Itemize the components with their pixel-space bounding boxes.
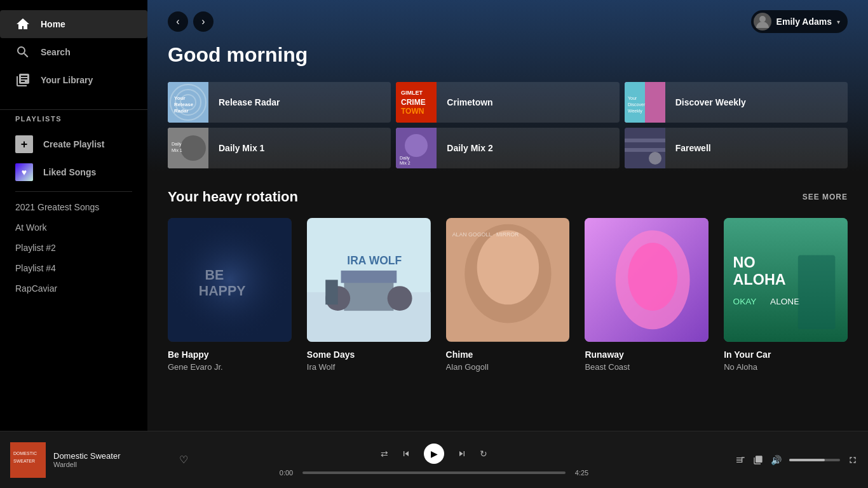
quick-item-daily-mix-1[interactable]: DailyMix 1 Daily Mix 1 <box>168 128 391 168</box>
rotation-section-header: Your heavy rotation SEE MORE <box>168 189 848 205</box>
rotation-cards-grid: BE HAPPY Be Happy Gene Evaro Jr. <box>168 218 848 372</box>
playlists-divider <box>15 191 132 192</box>
svg-point-49 <box>628 243 678 311</box>
now-playing-center: ⇄ ▶ ↻ 0:00 4:25 <box>188 444 680 477</box>
liked-songs-icon: ♥ <box>15 163 33 181</box>
next-button[interactable] <box>457 449 467 459</box>
svg-text:GIMLET: GIMLET <box>401 90 423 96</box>
sidebar-item-library[interactable]: Your Library <box>0 66 147 94</box>
svg-point-22 <box>405 134 428 157</box>
volume-button[interactable]: 🔊 <box>771 455 782 465</box>
sidebar: Home Search Your Library PLAYLISTS + Cre… <box>0 0 147 431</box>
svg-text:Daily: Daily <box>172 142 182 147</box>
card-some-days[interactable]: IRA WOLF Some Days Ira Wolf <box>307 218 431 372</box>
home-icon <box>15 17 31 32</box>
quick-label-discover-weekly: Discover Weekly <box>665 97 756 107</box>
card-runaway[interactable]: Runaway Beast Coast <box>585 218 709 372</box>
quick-item-crimetown[interactable]: GIMLETCRIMETOWN Crimetown <box>396 82 619 123</box>
user-menu[interactable]: Emily Adams ▾ <box>751 10 848 33</box>
svg-text:Mix 1: Mix 1 <box>172 148 182 152</box>
playlists-label: PLAYLISTS <box>15 115 132 123</box>
back-button[interactable]: ‹ <box>168 11 188 32</box>
sidebar-item-search[interactable]: Search <box>0 38 147 66</box>
previous-button[interactable] <box>401 449 411 459</box>
avatar <box>754 13 771 30</box>
sidebar-home-label: Home <box>41 19 65 29</box>
svg-text:IRA WOLF: IRA WOLF <box>347 254 402 267</box>
queue-button[interactable] <box>753 455 763 465</box>
svg-text:HAPPY: HAPPY <box>199 283 246 299</box>
search-icon <box>15 44 31 60</box>
svg-text:ALONE: ALONE <box>770 297 799 306</box>
repeat-button[interactable]: ↻ <box>480 449 487 459</box>
track-info: Domestic Sweater Wardell <box>53 451 172 468</box>
card-subtitle-runaway: Beast Coast <box>585 362 709 372</box>
progress-bar[interactable] <box>302 471 566 474</box>
card-be-happy[interactable]: BE HAPPY Be Happy Gene Evaro Jr. <box>168 218 292 372</box>
sidebar-item-home[interactable]: Home <box>0 10 147 38</box>
rotation-title: Your heavy rotation <box>168 189 298 205</box>
sidebar-library-label: Your Library <box>41 75 93 85</box>
quick-thumb-daily-mix-1: DailyMix 1 <box>168 128 208 168</box>
library-icon <box>15 72 31 88</box>
quick-label-farewell: Farewell <box>665 143 721 153</box>
quick-item-farewell[interactable]: Farewell <box>625 128 848 168</box>
card-in-your-car[interactable]: NO ALOHA OKAYALONE In Your Car No Aloha <box>724 218 848 372</box>
heart-button[interactable]: ♡ <box>179 454 188 466</box>
svg-point-31 <box>168 218 292 342</box>
quick-thumb-crimetown: GIMLETCRIMETOWN <box>396 82 437 123</box>
play-pause-button[interactable]: ▶ <box>424 444 444 464</box>
playlist-list: 2021 Greatest Songs At Work Playlist #2 … <box>15 197 132 299</box>
card-subtitle-some-days: Ira Wolf <box>307 362 431 372</box>
card-thumb-chime: ALAN GOGOLL · MIRROR <box>446 218 570 342</box>
card-title-some-days: Some Days <box>307 349 431 360</box>
svg-text:Weekly: Weekly <box>628 109 642 114</box>
create-playlist-button[interactable]: + Create Playlist <box>15 130 132 158</box>
svg-text:Mix 2: Mix 2 <box>400 161 410 165</box>
svg-point-18 <box>180 135 206 161</box>
playlist-item-2021[interactable]: 2021 Greatest Songs <box>15 197 132 217</box>
main-content: ‹ › Emily Adams ▾ Good morning YourRelea… <box>147 0 868 431</box>
playlist-item-2[interactable]: Playlist #2 <box>15 238 132 258</box>
card-title-chime: Chime <box>446 349 570 360</box>
forward-button[interactable]: › <box>193 11 214 32</box>
card-title-be-happy: Be Happy <box>168 349 292 360</box>
create-playlist-icon: + <box>15 135 33 153</box>
user-name: Emily Adams <box>776 17 832 27</box>
card-subtitle-chime: Alan Gogoll <box>446 362 570 372</box>
card-thumb-runaway <box>585 218 709 342</box>
playlist-item-4[interactable]: Playlist #4 <box>15 258 132 278</box>
quick-item-discover-weekly[interactable]: YourDiscoverWeekly Discover Weekly <box>625 82 848 123</box>
svg-text:Release: Release <box>174 102 194 107</box>
see-more-button[interactable]: SEE MORE <box>803 193 848 201</box>
shuffle-button[interactable]: ⇄ <box>381 449 388 459</box>
now-playing-bar: DOMESTICSWEATER Domestic Sweater Wardell… <box>0 431 868 488</box>
playlists-section: PLAYLISTS + Create Playlist ♥ Liked Song… <box>0 115 147 299</box>
playlist-item-at-work[interactable]: At Work <box>15 217 132 238</box>
total-time: 4:25 <box>571 469 593 477</box>
progress-bar-container: 0:00 4:25 <box>275 469 593 477</box>
card-thumb-be-happy: BE HAPPY <box>168 218 292 342</box>
track-thumbnail: DOMESTICSWEATER <box>10 442 46 478</box>
page-title: Good morning <box>168 43 848 67</box>
svg-text:NO: NO <box>733 254 756 271</box>
card-subtitle-be-happy: Gene Evaro Jr. <box>168 362 292 372</box>
quick-label-crimetown: Crimetown <box>437 97 503 107</box>
fullscreen-button[interactable] <box>848 455 858 465</box>
svg-rect-56 <box>798 255 835 329</box>
svg-rect-37 <box>341 271 397 283</box>
svg-text:Discover: Discover <box>628 102 646 107</box>
quick-item-daily-mix-2[interactable]: DailyMix 2 Daily Mix 2 <box>396 128 619 168</box>
playlist-item-rapcaviar[interactable]: RapCaviar <box>15 278 132 299</box>
lyrics-button[interactable] <box>735 455 745 465</box>
volume-bar[interactable] <box>789 459 840 461</box>
create-playlist-label: Create Playlist <box>43 139 105 149</box>
card-chime[interactable]: ALAN GOGOLL · MIRROR Chime Alan Gogoll <box>446 218 570 372</box>
svg-text:Your: Your <box>174 95 186 101</box>
liked-songs-button[interactable]: ♥ Liked Songs <box>15 158 132 186</box>
card-thumb-some-days: IRA WOLF <box>307 218 431 342</box>
now-playing-right: 🔊 <box>680 455 858 465</box>
playback-controls: ⇄ ▶ ↻ <box>381 444 487 464</box>
svg-text:BE: BE <box>205 268 224 283</box>
quick-item-release-radar[interactable]: YourReleaseRadar Release Radar <box>168 82 391 123</box>
